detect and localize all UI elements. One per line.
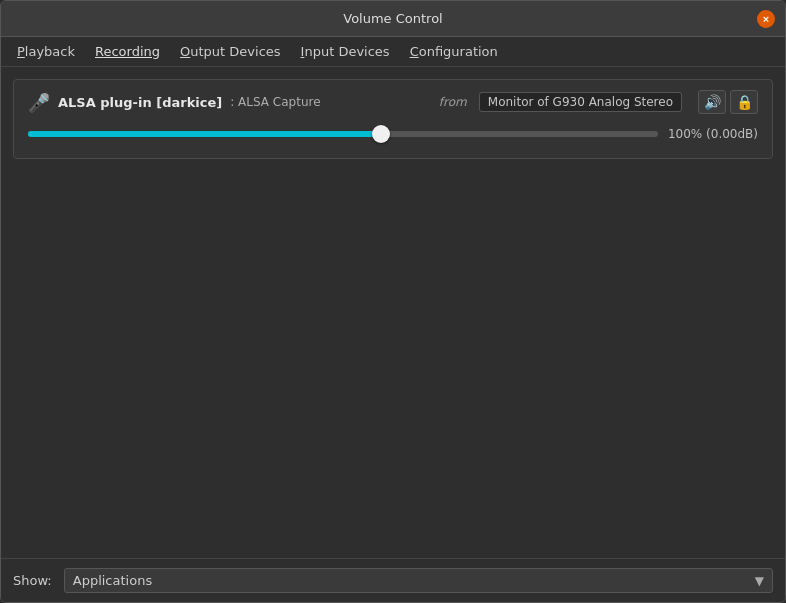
slider-row: 100% (0.00dB) — [28, 124, 758, 144]
channel-icons: 🔊 🔒 — [698, 90, 758, 114]
menu-item-configuration[interactable]: Configuration — [402, 41, 506, 62]
menu-item-playback[interactable]: Playback — [9, 41, 83, 62]
show-label: Show: — [13, 573, 52, 588]
content-area: 🎤 ALSA plug-in [darkice] : ALSA Capture … — [1, 67, 785, 558]
config-underline-char: C — [410, 44, 419, 59]
slider-track — [28, 131, 658, 137]
channel-name: ALSA plug-in [darkice] — [58, 95, 222, 110]
mic-icon: 🎤 — [28, 92, 50, 113]
output-underline-char: O — [180, 44, 190, 59]
channel-header: 🎤 ALSA plug-in [darkice] : ALSA Capture … — [28, 90, 758, 114]
output-label-rest: utput Devices — [190, 44, 280, 59]
main-window: Volume Control × Playback Recording Outp… — [0, 0, 786, 603]
close-button[interactable]: × — [757, 10, 775, 28]
input-label-rest: nput Devices — [304, 44, 389, 59]
dropdown-value: Applications — [73, 573, 152, 588]
slider-thumb[interactable] — [372, 125, 390, 143]
slider-container[interactable] — [28, 124, 658, 144]
speaker-icon: 🔊 — [704, 94, 721, 110]
playback-underline-char: P — [17, 44, 25, 59]
slider-fill — [28, 131, 381, 137]
lock-button[interactable]: 🔒 — [730, 90, 758, 114]
volume-value: 100% (0.00dB) — [668, 127, 758, 141]
playback-label-rest: layback — [25, 44, 75, 59]
channel-subtitle: : ALSA Capture — [230, 95, 320, 109]
menu-item-recording[interactable]: Recording — [87, 41, 168, 62]
title-bar: Volume Control × — [1, 1, 785, 37]
show-dropdown[interactable]: Applications ▼ — [64, 568, 773, 593]
menu-item-input-devices[interactable]: Input Devices — [293, 41, 398, 62]
from-label: from — [439, 95, 467, 109]
footer: Show: Applications ▼ — [1, 558, 785, 602]
lock-icon: 🔒 — [736, 94, 753, 110]
channel-strip: 🎤 ALSA plug-in [darkice] : ALSA Capture … — [13, 79, 773, 159]
menu-bar: Playback Recording Output Devices Input … — [1, 37, 785, 67]
window-title: Volume Control — [343, 11, 442, 26]
mute-button[interactable]: 🔊 — [698, 90, 726, 114]
recording-label-rest: ecording — [103, 44, 160, 59]
dropdown-arrow-icon: ▼ — [755, 574, 764, 588]
source-box: Monitor of G930 Analog Stereo — [479, 92, 682, 112]
config-label-rest: onfiguration — [419, 44, 498, 59]
menu-item-output-devices[interactable]: Output Devices — [172, 41, 289, 62]
